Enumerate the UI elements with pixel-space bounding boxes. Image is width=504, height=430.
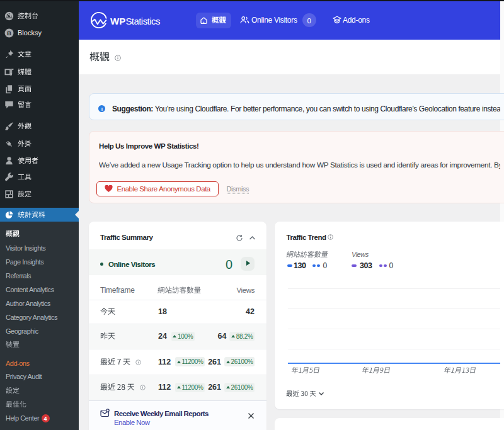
svg-text:B: B <box>7 29 11 36</box>
